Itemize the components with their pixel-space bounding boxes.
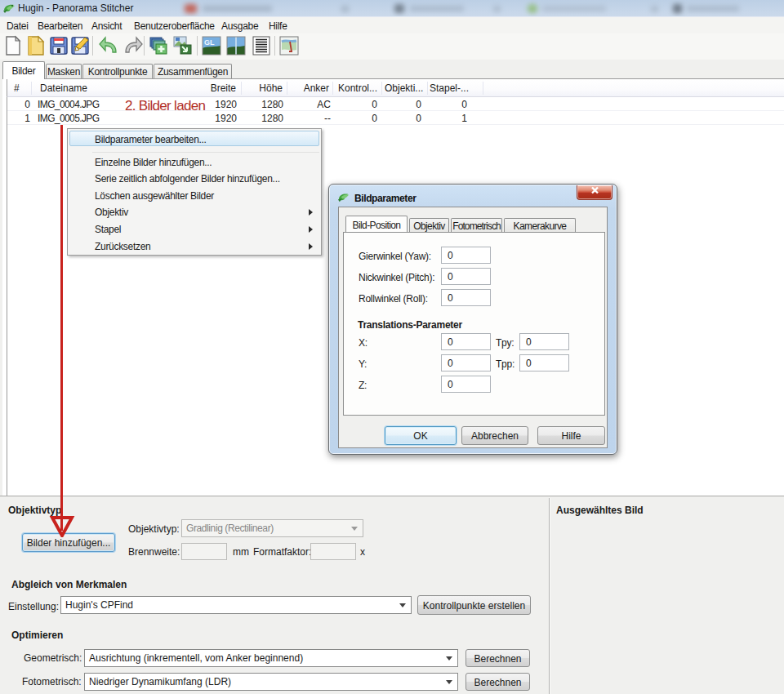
svg-text:GL: GL [204,38,215,47]
